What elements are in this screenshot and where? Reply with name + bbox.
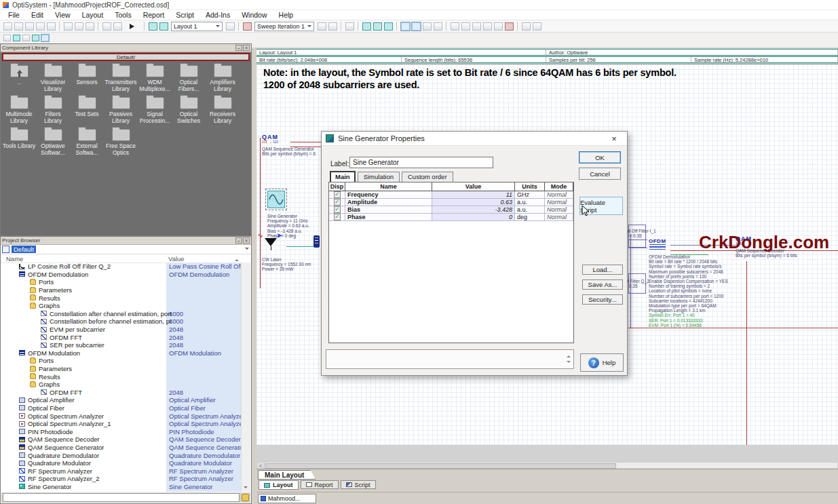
layout-view-icon[interactable] [149,22,157,31]
menu-item[interactable]: Report [143,11,165,19]
sweep-icon[interactable] [243,22,252,31]
minimize-icon[interactable]: – [235,45,242,51]
run-icon[interactable] [130,24,134,29]
library-folder[interactable]: Sensors [70,65,104,92]
tree-row[interactable]: Optical Amplifier Optical Amplifier [1,396,242,404]
cw-laser-component[interactable]: ∿ ➤ CW LaserFrequency = 1552.93 nmPower … [262,238,311,272]
library-folder[interactable]: Multimode Library [2,97,36,124]
load-button[interactable]: Load... [582,265,623,275]
scrollbar-thumb[interactable] [265,463,616,469]
minimize-icon[interactable]: – [235,237,242,244]
tree-row[interactable]: Constellation before channel estimation,… [1,317,242,326]
layout-grid-icon[interactable] [159,22,168,31]
cut-icon[interactable] [64,22,73,31]
tree-row[interactable]: Parameters [1,365,242,373]
menu-item[interactable]: Layout [82,11,104,19]
tree-row[interactable]: Results [1,372,242,381]
sweep-combo[interactable]: Sweep Iteration 1 [254,22,314,31]
tab-report[interactable]: Report [301,480,339,489]
library-folder[interactable]: WDM Multiplexe... [138,65,172,92]
library-folder[interactable]: Optical Fibers... [172,65,206,92]
zoom-tool-4-icon[interactable] [32,35,39,41]
project-tree-scrollbar[interactable] [241,263,250,492]
column-header-name[interactable]: Name [1,255,23,263]
ok-button[interactable]: OK [579,151,621,163]
tab-script[interactable]: Script [341,480,376,489]
component-tool-6-icon[interactable] [505,22,514,31]
tree-row[interactable]: Quadrature Demodulator Quadrature Demodu… [1,451,242,459]
split-view-1-icon[interactable] [401,22,410,31]
tree-row[interactable]: OFDM FFT 2048 [1,333,242,341]
tree-row[interactable]: Optical Spectrum Analyzer_1 Optical Spec… [1,420,242,428]
library-folder[interactable]: Transmitters Library [104,65,138,92]
label-input[interactable]: Sine Generator [349,157,493,168]
menu-item[interactable]: View [55,11,71,19]
layout-combo[interactable]: Layout 1 [171,22,223,31]
undo-icon[interactable] [102,22,111,31]
split-view-2-icon[interactable] [412,22,421,31]
zoom-tool-2-icon[interactable] [13,35,20,41]
tab-main[interactable]: Main [330,171,356,182]
tree-row[interactable]: PIN Photodiode PIN Photodiode [1,427,242,435]
tree-row[interactable]: QAM Sequence Decoder QAM Sequence Decode… [1,435,242,444]
tree-row[interactable]: Constellation after channel estimation, … [1,310,242,318]
tree-row[interactable]: Parameters [1,286,242,294]
scroll-down-icon[interactable] [244,486,248,490]
tree-row[interactable]: Optical Fiber Optical Fiber [1,404,242,412]
library-folder[interactable]: Visualizer Library [36,65,70,92]
project-root-combo[interactable]: Default [1,245,251,254]
tree-row[interactable]: EVM per subcarrier 2048 [1,326,242,334]
tree-row[interactable]: OFDM Demodulation OFDM Demodulation [1,271,242,279]
component-tool-1-icon[interactable] [451,22,459,31]
sweep-next-icon[interactable] [328,22,337,31]
spin-down-icon[interactable] [567,361,571,365]
tree-row[interactable]: Results [1,294,242,302]
zoom-tool-1-icon[interactable] [3,35,11,41]
parameter-mode[interactable]: Normal [545,206,573,214]
component-tool-5-icon[interactable] [494,22,503,31]
close-icon[interactable]: × [243,237,250,244]
stop-icon[interactable] [345,22,354,31]
parameter-value[interactable]: 0 [432,214,515,221]
library-folder[interactable]: Test Sets [70,97,104,124]
library-folder[interactable]: Receivers Library [206,97,240,124]
parameter-value[interactable]: -3.428 [432,206,515,214]
save-layout-icon[interactable] [533,22,541,31]
library-folder[interactable]: Signal Processin... [138,97,172,124]
split-view-3-icon[interactable] [423,22,432,31]
tree-row[interactable]: QAM Sequence Generator QAM Sequence Gene… [1,444,242,452]
disp-checkbox[interactable] [334,206,341,213]
save-icon[interactable] [36,22,45,31]
menu-item[interactable]: Add-Ins [206,11,230,19]
tree-row[interactable]: LP Cosine Roll Off Filter Q_2 Low Pass C… [1,263,242,271]
tree-row[interactable]: OFDM Modulation OFDM Modulation [1,349,242,357]
parameter-value[interactable]: 11 [432,191,515,199]
library-folder[interactable]: .. [2,65,36,92]
qam-sequence-generator-component[interactable]: QAM 101 → 110 QAM Sequence GeneratorBits… [262,134,316,156]
tree-row[interactable]: RF Spectrum Analyzer RF Spectrum Analyze… [1,467,242,475]
parameter-mode[interactable]: Normal [545,191,573,199]
parameter-value[interactable]: 0.63 [432,199,515,206]
tab-layout[interactable]: Layout [259,480,299,490]
save-as-button[interactable]: Save As... [582,279,623,290]
filter-icon[interactable] [242,494,249,501]
library-folder[interactable]: Tools Library [2,129,36,156]
project-filter-input[interactable] [3,493,240,502]
tree-row[interactable]: Ports [1,278,242,286]
scroll-left-icon[interactable]: < [257,463,265,468]
tab-custom-order[interactable]: Custom order [402,172,453,182]
tree-row[interactable]: OFDM FFT 2048 [1,389,242,397]
expression-box[interactable] [326,349,574,369]
library-folder[interactable]: Amplifiers Library [206,65,240,92]
tree-row[interactable]: Ports [1,357,242,365]
disp-checkbox[interactable] [334,214,341,220]
security-button[interactable]: Security... [582,294,623,305]
tree-row[interactable]: Quadrature Modulator Quadrature Modulato… [1,459,242,467]
tree-row[interactable]: Graphs [1,381,242,389]
print-icon[interactable] [47,22,56,31]
zoom-tool-3-icon[interactable] [22,35,30,41]
dialog-titlebar[interactable]: Sine Generator Properties × [322,132,627,146]
tree-row[interactable]: SER per subcarrier 2048 [1,341,242,349]
library-folder[interactable]: Optical Switches [172,97,206,124]
new-icon[interactable] [3,22,12,31]
